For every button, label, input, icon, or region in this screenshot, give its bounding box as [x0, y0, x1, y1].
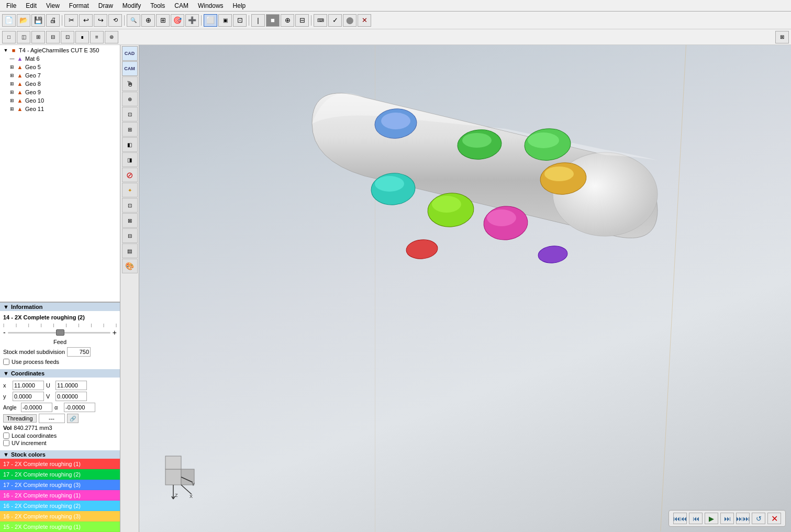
side-star-btn[interactable]: ✦: [122, 183, 138, 197]
tree-expand-geo8[interactable]: ⊞: [8, 81, 16, 86]
stock-item-6[interactable]: 15 - 2X Complete roughing (1): [0, 522, 120, 532]
tree-expand-geo10[interactable]: ⊞: [8, 98, 16, 103]
tb2-6[interactable]: ∎: [75, 31, 89, 43]
tree-expand-mat6[interactable]: —: [8, 56, 16, 61]
toolbar-view3[interactable]: ⊡: [233, 14, 247, 27]
side-align-btn[interactable]: ⊘: [122, 168, 138, 182]
menu-file[interactable]: File: [2, 1, 20, 10]
process-feeds-checkbox[interactable]: [3, 359, 9, 365]
stock-item-3[interactable]: 16 - 2X Complete roughing (1): [0, 490, 120, 501]
feed-slider[interactable]: [8, 328, 110, 337]
toolbar-new[interactable]: 📄: [2, 14, 16, 27]
toolbar-print[interactable]: 🖨: [46, 14, 60, 27]
toolbar-zoom-all[interactable]: ⊞: [156, 14, 170, 27]
menu-tools[interactable]: Tools: [146, 1, 169, 10]
tree-root[interactable]: ▼ ■ T4 - AgieCharmilles CUT E 350: [1, 46, 119, 54]
tb2-4[interactable]: ⊟: [46, 31, 60, 43]
menu-windows[interactable]: Windows: [194, 1, 228, 10]
pb-play[interactable]: ▶: [705, 513, 718, 524]
tree-geo10[interactable]: ⊞ ▲ Geo 10: [1, 96, 119, 105]
menu-cam[interactable]: CAM: [170, 1, 193, 10]
threading-value-input[interactable]: [39, 414, 65, 423]
stock-item-1[interactable]: 17 - 2X Complete roughing (2): [0, 469, 120, 480]
side-paint-btn[interactable]: 🎨: [122, 259, 138, 273]
stock-panel-header[interactable]: ▼ Stock colors: [0, 450, 120, 459]
toolbar-view-solid[interactable]: ■: [266, 14, 280, 27]
tb2-1[interactable]: □: [2, 31, 16, 43]
side-snap-btn[interactable]: ⊡: [122, 107, 138, 121]
toolbar-add[interactable]: ➕: [185, 14, 199, 27]
toolbar-view-box[interactable]: ⬜: [204, 14, 217, 27]
side-tool2-btn[interactable]: ◨: [122, 152, 138, 167]
stock-item-2[interactable]: 17 - 2X Complete roughing (3): [0, 480, 120, 490]
pb-stop[interactable]: ✕: [767, 513, 781, 524]
tb2-3[interactable]: ⊞: [31, 31, 45, 43]
tree-expand-geo7[interactable]: ⊞: [8, 73, 16, 78]
side-select-btn[interactable]: ⊕: [122, 92, 138, 106]
tb2-2[interactable]: ◫: [17, 31, 30, 43]
tb2-7[interactable]: ≡: [90, 31, 104, 43]
pb-next[interactable]: ⏭: [720, 513, 734, 524]
stock-item-5[interactable]: 16 - 2X Complete roughing (3): [0, 511, 120, 522]
tree-geo7[interactable]: ⊞ ▲ Geo 7: [1, 71, 119, 80]
menu-edit[interactable]: Edit: [21, 1, 41, 10]
toolbar-view-line[interactable]: |: [251, 14, 265, 27]
coord-u-input[interactable]: [55, 381, 87, 390]
tree-expand-geo11[interactable]: ⊞: [8, 106, 16, 112]
side-cursor-btn[interactable]: 🖱: [122, 76, 138, 91]
coord-alpha-input[interactable]: [64, 403, 95, 412]
coord-angle-input[interactable]: [21, 403, 52, 412]
tree-expand-geo5[interactable]: ⊞: [8, 64, 16, 70]
menu-format[interactable]: Format: [65, 1, 93, 10]
tree-expand-geo9[interactable]: ⊞: [8, 90, 16, 95]
side-box-btn[interactable]: ⊡: [122, 198, 138, 213]
cad-icon[interactable]: CAD: [122, 46, 138, 61]
coord-v-input[interactable]: [55, 392, 87, 401]
toolbar-circle[interactable]: ⬤: [343, 14, 356, 27]
toolbar-center[interactable]: 🎯: [171, 14, 184, 27]
side-measure-btn[interactable]: ⊞: [122, 122, 138, 137]
toolbar-view-center[interactable]: ⊕: [281, 14, 294, 27]
side-hatch-btn[interactable]: ▤: [122, 243, 138, 258]
pb-prev[interactable]: ⏮: [689, 513, 703, 524]
coord-y-input[interactable]: [13, 392, 44, 401]
menu-help[interactable]: Help: [229, 1, 250, 10]
viewport[interactable]: Z Y X ⏮⏮ ⏮ ▶ ⏭ ⏭⏭ ↺ ✕: [139, 45, 791, 532]
tree-mat6[interactable]: — ▲ Mat 6: [1, 54, 119, 63]
coord-x-input[interactable]: [13, 381, 44, 390]
tree-geo8[interactable]: ⊞ ▲ Geo 8: [1, 80, 119, 88]
tb2-5[interactable]: ⊡: [61, 31, 74, 43]
pb-refresh[interactable]: ↺: [752, 513, 765, 524]
local-coords-checkbox[interactable]: [3, 433, 9, 439]
tb2-end[interactable]: ⊠: [775, 31, 789, 43]
toolbar-view-box2[interactable]: ▣: [218, 14, 232, 27]
tree-geo9[interactable]: ⊞ ▲ Geo 9: [1, 88, 119, 96]
stock-item-0[interactable]: 17 - 2X Complete roughing (1): [0, 459, 120, 469]
tree-geo11[interactable]: ⊞ ▲ Geo 11: [1, 105, 119, 113]
side-layer-btn[interactable]: ⊟: [122, 228, 138, 243]
toolbar-cancel2[interactable]: ✕: [358, 14, 371, 27]
menu-modify[interactable]: Modify: [118, 1, 145, 10]
coords-panel-header[interactable]: ▼ Coordinates: [0, 369, 120, 378]
side-tool1-btn[interactable]: ◧: [122, 137, 138, 152]
threading-button[interactable]: Threading: [3, 414, 37, 423]
pb-skip-start[interactable]: ⏮⏮: [673, 513, 687, 524]
tb2-8[interactable]: ⊛: [105, 31, 118, 43]
toolbar-check[interactable]: ✓: [328, 14, 342, 27]
feed-thumb[interactable]: [56, 329, 64, 336]
pb-skip-end[interactable]: ⏭⏭: [736, 513, 750, 524]
cam-icon[interactable]: CAM: [122, 61, 138, 76]
menu-draw[interactable]: Draw: [94, 1, 117, 10]
toolbar-zoom-in[interactable]: 🔍: [127, 14, 140, 27]
subdivision-input[interactable]: [67, 347, 91, 357]
stock-item-4[interactable]: 16 - 2X Complete roughing (2): [0, 501, 120, 511]
menu-view[interactable]: View: [42, 1, 64, 10]
toolbar-keyboard[interactable]: ⌨: [314, 14, 327, 27]
tree-geo5[interactable]: ⊞ ▲ Geo 5: [1, 63, 119, 71]
toolbar-open[interactable]: 📂: [17, 14, 30, 27]
side-diag-btn[interactable]: ⊠: [122, 213, 138, 228]
toolbar-rotate-undo[interactable]: ⟲: [108, 14, 122, 27]
toolbar-redo[interactable]: ↪: [94, 14, 107, 27]
threading-icon-btn[interactable]: 🔗: [67, 414, 79, 423]
toolbar-undo[interactable]: ↩: [79, 14, 93, 27]
